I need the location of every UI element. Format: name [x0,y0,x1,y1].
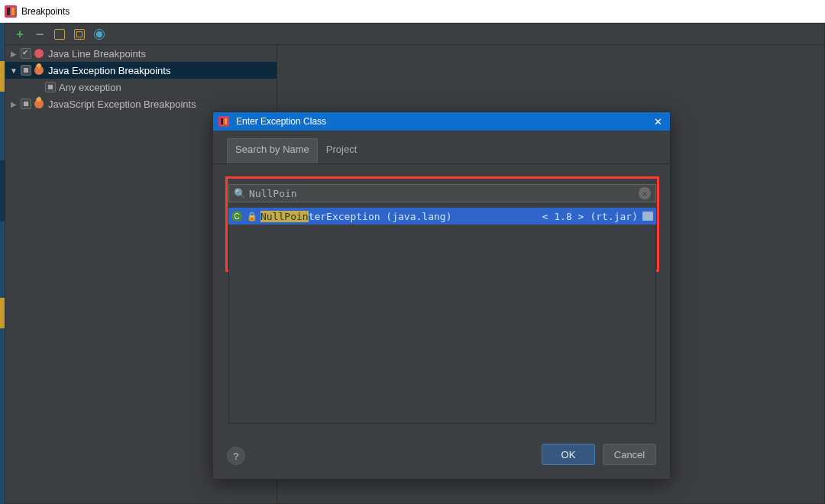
result-package: (java.lang) [380,211,452,222]
svg-rect-0 [5,5,17,18]
tree-group-java-exception[interactable]: ▼ Java Exception Breakpoints [5,62,277,79]
app-icon [5,5,17,18]
tree-group-js-exception[interactable]: ▶ JavaScript Exception Breakpoints [5,95,277,112]
search-icon: 🔍 [234,188,246,199]
library-icon [642,212,653,221]
tree-group-label: Java Line Breakpoints [48,48,146,60]
dialog-buttons: OK Cancel [542,444,656,465]
lock-icon: 🔒 [247,212,257,221]
svg-rect-2 [11,8,15,15]
expand-arrow-right-icon[interactable]: ▶ [10,50,18,58]
svg-rect-3 [218,116,229,127]
result-jar: (rt.jar) [590,211,638,222]
dialog-tabs: Search by Name Project [213,131,670,164]
app-icon [218,115,230,128]
window-title: Breakpoints [21,6,70,17]
close-icon[interactable]: ✕ [650,116,665,128]
square-icon [54,29,65,40]
toggle-button[interactable] [92,27,106,41]
ok-button[interactable]: OK [542,444,595,465]
tree-group-label: Java Exception Breakpoints [48,65,170,76]
line-breakpoint-icon [34,49,44,58]
svg-rect-5 [225,118,227,124]
expand-arrow-down-icon[interactable]: ▼ [10,66,18,75]
group-by-file-button[interactable] [53,27,66,41]
enter-exception-class-dialog: Enter Exception Class ✕ Search by Name P… [212,111,671,480]
item-checkbox[interactable] [45,82,56,92]
svg-rect-1 [7,8,10,15]
help-button[interactable]: ? [227,447,245,465]
tree-item-any-exception[interactable]: Any exception [5,79,277,95]
window-titlebar: Breakpoints [0,0,825,23]
group-checkbox[interactable] [21,48,31,59]
class-type-icon: C [231,211,242,221]
breakpoints-toolbar: + − [5,24,824,45]
result-highlighted: NullPoin [260,211,309,222]
result-rest: terException [309,211,380,222]
dialog-title: Enter Exception Class [236,116,650,127]
exception-breakpoint-icon [34,66,44,75]
tab-search-by-name[interactable]: Search by Name [227,138,318,163]
plus-icon: + [16,28,23,40]
remove-breakpoint-button[interactable]: − [33,27,47,41]
tree-group-label: JavaScript Exception Breakpoints [48,99,196,110]
search-value: NullPoin [249,188,639,199]
dialog-titlebar[interactable]: Enter Exception Class ✕ [213,112,670,131]
expand-arrow-right-icon[interactable]: ▶ [10,100,18,108]
results-list[interactable] [228,225,656,424]
group-checkbox[interactable] [21,65,31,76]
group-by-package-button[interactable] [73,27,86,41]
cancel-button[interactable]: Cancel [603,444,656,465]
svg-rect-4 [221,118,223,124]
tree-group-java-line[interactable]: ▶ Java Line Breakpoints [5,45,277,62]
tree-item-label: Any exception [59,82,121,93]
exception-breakpoint-icon [34,99,44,108]
clear-search-icon[interactable]: ✕ [639,187,651,199]
circle-icon [94,29,105,40]
add-breakpoint-button[interactable]: + [13,27,27,41]
minus-icon: − [36,27,44,41]
class-result-row[interactable]: C 🔒 NullPointerException (java.lang) < 1… [228,208,656,225]
result-jdk: < 1.8 > [542,211,584,222]
tab-project[interactable]: Project [318,138,365,163]
class-search-input[interactable]: 🔍 NullPoin ✕ [228,184,656,202]
square-inner-icon [74,29,85,40]
group-checkbox[interactable] [21,99,31,109]
